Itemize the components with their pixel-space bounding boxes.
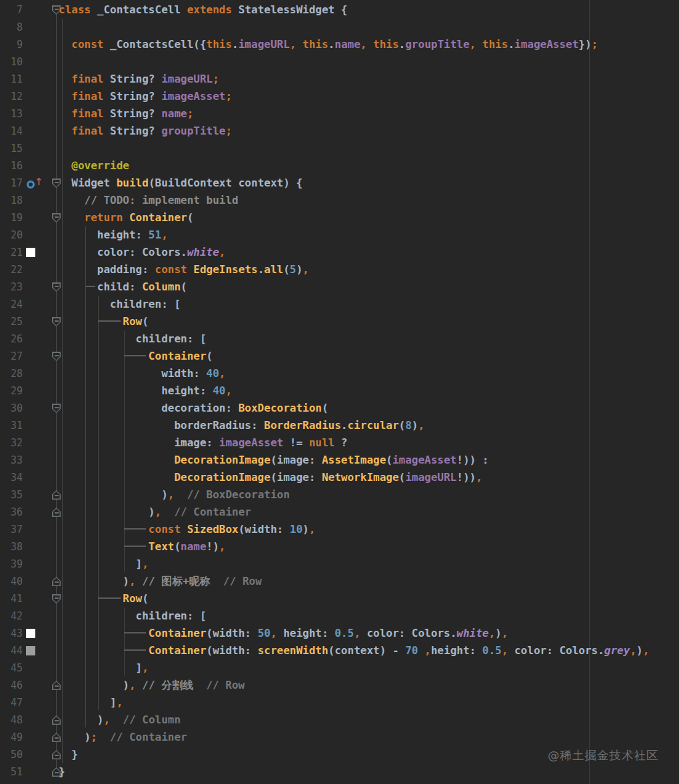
line-number[interactable]: 50 (0, 746, 23, 763)
line-number[interactable]: 15 (0, 140, 23, 157)
line-number[interactable]: 11 (0, 71, 23, 88)
code-line[interactable]: ), // BoxDecoration (59, 486, 290, 504)
line-number[interactable]: 32 (0, 434, 23, 452)
line-number[interactable]: 8 (0, 19, 23, 36)
line-number[interactable]: 40 (0, 573, 23, 590)
code-line[interactable]: @override (59, 157, 129, 175)
line-number[interactable]: 36 (0, 504, 23, 521)
code-line[interactable]: Text(name!), (59, 538, 225, 556)
color-preview-swatch[interactable] (26, 629, 35, 638)
line-number[interactable]: 9 (0, 36, 23, 53)
code-token: , (103, 713, 110, 726)
line-number[interactable]: 34 (0, 469, 23, 486)
code-line[interactable]: class _ContactsCell extends StatelessWid… (59, 1, 348, 19)
override-method-icon[interactable]: ↑ (27, 179, 41, 189)
code-line[interactable]: padding: const EdgeInsets.all(5), (59, 261, 309, 278)
line-number[interactable]: 13 (0, 105, 23, 123)
code-line[interactable]: child: Column( (59, 278, 187, 296)
code-line[interactable]: ); // Container (59, 729, 187, 746)
color-preview-swatch[interactable] (26, 646, 35, 655)
code-line[interactable]: ], (59, 659, 149, 677)
line-number[interactable]: 31 (0, 417, 23, 434)
line-number[interactable]: 21 (0, 244, 23, 261)
line-number[interactable]: 38 (0, 538, 23, 556)
line-number[interactable]: 26 (0, 330, 23, 348)
line-number[interactable]: 47 (0, 694, 23, 711)
code-line[interactable]: Container(width: screenWidth(context) - … (59, 642, 649, 659)
line-number[interactable]: 23 (0, 278, 23, 296)
line-number[interactable]: 22 (0, 261, 23, 278)
code-line[interactable]: Container(width: 50, height: 0.5, color:… (59, 625, 508, 642)
code-line[interactable]: const _ContactsCell({this.imageURL, this… (59, 36, 598, 53)
code-line[interactable]: } (59, 746, 78, 763)
line-number[interactable]: 45 (0, 659, 23, 677)
code-line[interactable]: ), // Column (59, 711, 181, 729)
code-line[interactable]: ), // 分割线 // Row (59, 677, 245, 694)
code-token: ) (59, 506, 155, 518)
code-token: this (373, 38, 399, 51)
code-token (59, 315, 123, 328)
line-number[interactable]: 18 (0, 192, 23, 209)
line-number[interactable]: 20 (0, 226, 23, 244)
code-line[interactable]: children: [ (59, 296, 181, 313)
line-number[interactable]: 17 (0, 175, 23, 192)
line-number[interactable]: 33 (0, 452, 23, 469)
color-preview-swatch[interactable] (26, 248, 35, 257)
code-token: ; (592, 38, 598, 51)
line-number[interactable]: 16 (0, 157, 23, 175)
line-number[interactable]: 27 (0, 348, 23, 365)
line-number[interactable]: 19 (0, 209, 23, 226)
line-number[interactable]: 43 (0, 625, 23, 642)
line-number[interactable]: 30 (0, 400, 23, 417)
line-number[interactable]: 48 (0, 711, 23, 729)
code-line[interactable]: // TODO: implement build (59, 192, 239, 209)
code-token: DecorationImage (174, 471, 271, 484)
code-line[interactable]: ], (59, 556, 149, 573)
code-line[interactable]: final String? name; (59, 105, 193, 123)
line-number[interactable]: 51 (0, 763, 23, 781)
code-line[interactable]: decoration: BoxDecoration( (59, 400, 329, 417)
line-number[interactable]: 25 (0, 313, 23, 330)
code-line[interactable]: final String? imageURL; (59, 71, 219, 88)
code-line[interactable]: Row( (59, 590, 149, 607)
line-number[interactable]: 42 (0, 607, 23, 625)
code-line[interactable]: final String? groupTitle; (59, 123, 232, 140)
line-number[interactable]: 10 (0, 53, 23, 71)
line-number[interactable]: 35 (0, 486, 23, 504)
code-line[interactable]: final String? imageAsset; (59, 88, 232, 105)
line-number[interactable]: 39 (0, 556, 23, 573)
code-line[interactable]: Row( (59, 313, 149, 330)
code-token: null (309, 436, 335, 449)
code-line[interactable]: ], (59, 694, 123, 711)
code-line[interactable]: image: imageAsset != null ? (59, 434, 347, 452)
code-line[interactable]: DecorationImage(image: AssetImage(imageA… (59, 452, 488, 469)
line-number[interactable]: 37 (0, 521, 23, 538)
line-number[interactable]: 14 (0, 123, 23, 140)
line-number[interactable]: 41 (0, 590, 23, 607)
line-number[interactable]: 44 (0, 642, 23, 659)
code-line[interactable]: height: 51, (59, 226, 168, 244)
code-line[interactable]: DecorationImage(image: NetworkImage(imag… (59, 469, 482, 486)
code-line[interactable]: return Container( (59, 209, 193, 226)
line-number[interactable]: 29 (0, 382, 23, 400)
code-line[interactable]: Container( (59, 348, 213, 365)
code-editor[interactable]: 7891011121314151617181920212223242526272… (0, 0, 679, 784)
code-line[interactable]: ), // Container (59, 504, 251, 521)
code-line[interactable]: } (59, 763, 65, 781)
line-number[interactable]: 12 (0, 88, 23, 105)
code-line[interactable]: children: [ (59, 607, 207, 625)
code-line[interactable]: ), // 图标+昵称 // Row (59, 573, 262, 590)
code-line[interactable]: width: 40, (59, 365, 225, 382)
line-number[interactable]: 7 (0, 1, 23, 19)
code-line[interactable]: children: [ (59, 330, 207, 348)
code-line[interactable]: color: Colors.white, (59, 244, 225, 261)
code-line[interactable]: const SizedBox(width: 10), (59, 521, 315, 538)
code-line[interactable]: borderRadius: BorderRadius.circular(8), (59, 417, 424, 434)
code-token: imageAsset (514, 38, 578, 51)
line-number[interactable]: 49 (0, 729, 23, 746)
line-number[interactable]: 46 (0, 677, 23, 694)
code-line[interactable]: Widget build(BuildContext context) { (59, 175, 303, 192)
line-number[interactable]: 28 (0, 365, 23, 382)
code-line[interactable]: height: 40, (59, 382, 232, 400)
line-number[interactable]: 24 (0, 296, 23, 313)
